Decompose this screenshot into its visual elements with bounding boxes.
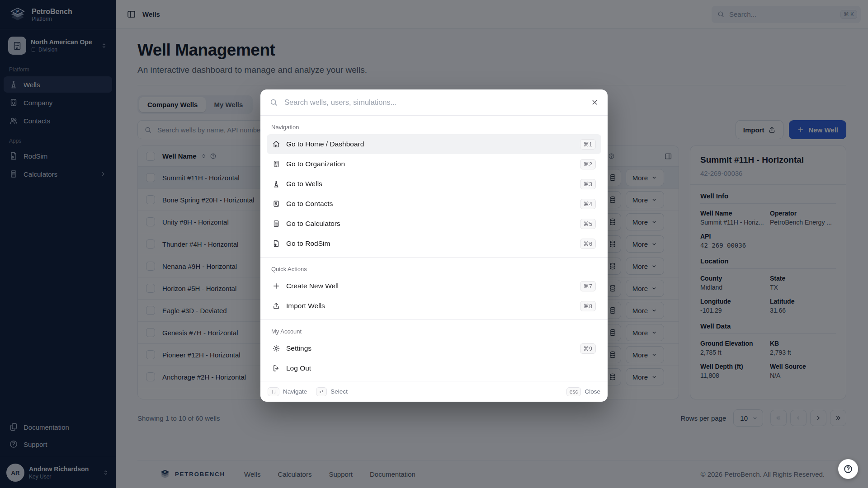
command-log-out[interactable]: Log Out <box>267 358 601 378</box>
calculator-icon <box>272 220 280 228</box>
shortcut-kbd: ⌘5 <box>580 219 596 229</box>
logout-icon <box>272 364 280 372</box>
command-import-wells[interactable]: Import Wells ⌘8 <box>267 296 601 316</box>
shortcut-kbd: ⌘2 <box>580 159 596 169</box>
group-quick-actions: Quick Actions <box>267 261 601 276</box>
command-go-organization[interactable]: Go to Organization ⌘2 <box>267 154 601 174</box>
search-icon <box>269 98 278 107</box>
close-icon[interactable] <box>591 99 599 106</box>
gear-icon <box>272 344 280 352</box>
navigate-label: Navigate <box>283 388 307 395</box>
navigate-kbd: ↑↓ <box>268 387 279 396</box>
derrick-icon <box>272 180 280 188</box>
command-palette-input[interactable] <box>283 98 585 107</box>
shortcut-kbd: ⌘9 <box>580 343 596 354</box>
shortcut-kbd: ⌘1 <box>580 139 596 150</box>
select-label: Select <box>330 388 348 395</box>
command-go-calculators[interactable]: Go to Calculators ⌘5 <box>267 214 601 234</box>
shortcut-kbd: ⌘6 <box>580 239 596 249</box>
command-go-home[interactable]: Go to Home / Dashboard ⌘1 <box>267 134 601 154</box>
help-fab-button[interactable] <box>838 459 858 479</box>
command-go-wells[interactable]: Go to Wells ⌘3 <box>267 174 601 194</box>
upload-icon <box>272 302 280 310</box>
shortcut-kbd: ⌘8 <box>580 301 596 311</box>
command-go-contacts[interactable]: Go to Contacts ⌘4 <box>267 194 601 214</box>
command-create-new-well[interactable]: Create New Well ⌘7 <box>267 276 601 296</box>
command-go-rodsim[interactable]: Go to RodSim ⌘6 <box>267 234 601 253</box>
plus-icon <box>272 282 280 290</box>
help-circle-icon <box>843 464 853 474</box>
esc-kbd: esc <box>566 387 581 396</box>
command-palette-footer: ↑↓ Navigate ↵ Select esc Close <box>260 381 608 402</box>
group-my-account: My Account <box>267 324 601 338</box>
command-palette-search <box>260 89 608 116</box>
command-palette: Navigation Go to Home / Dashboard ⌘1 Go … <box>260 89 608 402</box>
rodsim-file-icon <box>272 239 280 248</box>
shortcut-kbd: ⌘3 <box>580 179 596 189</box>
shortcut-kbd: ⌘4 <box>580 199 596 209</box>
close-label: Close <box>585 388 600 395</box>
organization-icon <box>272 160 280 168</box>
command-settings[interactable]: Settings ⌘9 <box>267 338 601 358</box>
select-kbd: ↵ <box>316 387 327 396</box>
shortcut-kbd: ⌘7 <box>580 281 596 291</box>
group-navigation: Navigation <box>267 119 601 134</box>
contact-card-icon <box>272 200 280 208</box>
home-icon <box>272 140 280 148</box>
